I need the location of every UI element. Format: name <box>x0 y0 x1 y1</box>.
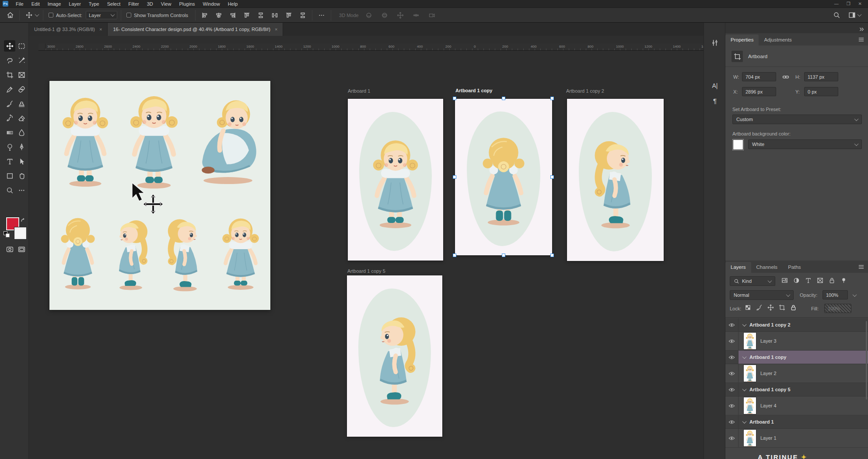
hand-tool[interactable] <box>16 170 27 181</box>
close-button[interactable]: ✕ <box>858 1 862 6</box>
zoom-tool[interactable] <box>4 184 15 196</box>
tab-close-icon[interactable]: × <box>275 27 277 32</box>
selection-handle[interactable] <box>453 97 456 100</box>
healing-brush-tool[interactable] <box>16 83 27 95</box>
layers-scrollbar[interactable] <box>866 321 867 400</box>
collapse-panels-icon[interactable] <box>858 26 864 32</box>
layer-thumbnail[interactable] <box>744 365 756 382</box>
show-transform-checkbox[interactable] <box>126 13 131 17</box>
tab-adjustments[interactable]: Adjustments <box>759 35 797 45</box>
auto-select-target-dropdown[interactable]: Layer <box>86 11 117 19</box>
lock-position-icon[interactable] <box>767 304 774 311</box>
layer-filter-kind-dropdown[interactable]: Kind <box>730 276 775 286</box>
selection-handle[interactable] <box>550 97 554 100</box>
gradient-tool[interactable] <box>4 127 15 138</box>
y-field[interactable]: 0 px <box>804 87 838 96</box>
crop-tool[interactable] <box>4 69 15 80</box>
opacity-scrubber-icon[interactable] <box>853 292 857 297</box>
object-selection-tool[interactable] <box>16 55 27 66</box>
eyedropper-tool[interactable] <box>4 83 15 95</box>
menu-plugins[interactable]: Plugins <box>175 1 199 7</box>
align-top-edges-icon[interactable] <box>241 10 252 21</box>
blend-mode-dropdown[interactable]: Normal <box>730 290 794 300</box>
attribute-filter-icon[interactable] <box>840 277 847 284</box>
layer-visibility-toggle[interactable] <box>725 332 738 350</box>
menu-select[interactable]: Select <box>103 1 125 7</box>
selection-handle[interactable] <box>453 175 456 179</box>
home-icon[interactable] <box>4 10 16 21</box>
link-dimensions-icon[interactable] <box>782 73 789 80</box>
workspace-switcher[interactable] <box>848 11 861 19</box>
width-field[interactable]: 704 px <box>742 72 776 81</box>
blur-tool[interactable] <box>16 127 27 138</box>
chevron-expand-icon[interactable] <box>742 322 747 327</box>
distribute-bottom-icon[interactable] <box>283 10 294 21</box>
artboard-bg-color-swatch[interactable] <box>732 139 744 150</box>
chevron-down-icon[interactable] <box>35 12 39 17</box>
tab-close-icon[interactable]: × <box>99 27 102 32</box>
align-left-icon[interactable] <box>199 10 210 21</box>
distribute-horizontal-icon[interactable] <box>297 10 308 21</box>
frame-tool[interactable] <box>16 69 27 80</box>
selection-handle[interactable] <box>502 254 505 257</box>
layer-visibility-toggle[interactable] <box>725 318 738 331</box>
distribute-top-icon[interactable] <box>255 10 266 21</box>
clone-stamp-tool[interactable] <box>16 98 27 109</box>
panel-menu-icon[interactable] <box>858 264 864 270</box>
layer-visibility-toggle[interactable] <box>725 415 738 428</box>
document-tab-2[interactable]: 16- Consistent Character design.psd @ 40… <box>108 23 283 36</box>
layer-thumbnail[interactable] <box>744 430 756 446</box>
character-panel-icon[interactable]: A| <box>708 80 721 92</box>
brush-settings-panel-icon[interactable] <box>708 37 721 49</box>
x-field[interactable]: 2896 px <box>742 87 776 96</box>
layer-group-row[interactable]: Artboard 1 copy 5 <box>725 383 868 396</box>
menu-file[interactable]: File <box>12 1 28 7</box>
layer-group-row[interactable]: Artboard 1 <box>725 415 868 429</box>
artboard-bg-dropdown[interactable]: White <box>748 139 862 149</box>
paragraph-panel-icon[interactable]: ¶ <box>708 94 721 107</box>
minimize-button[interactable]: — <box>834 1 839 6</box>
layer-group-row[interactable]: Artboard 1 copy 2 <box>725 318 868 332</box>
horizontal-ruler[interactable]: 3000280026002400220020001800160014001200… <box>46 44 704 51</box>
menu-layer[interactable]: Layer <box>65 1 85 7</box>
search-icon[interactable] <box>833 11 840 19</box>
rectangle-tool[interactable] <box>4 170 15 181</box>
default-colors-icon[interactable] <box>4 231 10 237</box>
move-tool[interactable] <box>4 40 15 52</box>
layer-visibility-toggle[interactable] <box>725 364 738 382</box>
more-align-options-icon[interactable] <box>316 10 327 21</box>
distribute-vertical-center-icon[interactable] <box>269 10 280 21</box>
opacity-field[interactable]: 100% <box>822 290 848 299</box>
history-brush-tool[interactable] <box>4 112 15 124</box>
menu-3d[interactable]: 3D <box>143 1 157 7</box>
marquee-tool[interactable] <box>16 40 27 52</box>
path-selection-tool[interactable] <box>16 156 27 167</box>
panel-menu-icon[interactable] <box>858 36 864 43</box>
layer-visibility-toggle[interactable] <box>725 383 738 396</box>
brush-tool[interactable] <box>4 98 15 109</box>
screen-mode-button[interactable] <box>16 243 27 255</box>
layer-group-row[interactable]: Artboard 1 copy <box>725 351 868 364</box>
photoshop-logo-icon[interactable]: Ps <box>3 1 8 7</box>
chevron-expand-icon[interactable] <box>742 419 747 424</box>
lock-artboard-icon[interactable] <box>779 304 785 311</box>
layer-visibility-toggle[interactable] <box>725 429 738 447</box>
move-tool-preset-icon[interactable] <box>23 10 35 21</box>
layer-row[interactable]: Layer 3 <box>725 332 868 351</box>
auto-select-checkbox[interactable] <box>49 13 53 17</box>
ruler-origin-corner[interactable] <box>38 44 46 51</box>
tab-paths[interactable]: Paths <box>783 262 806 273</box>
menu-image[interactable]: Image <box>44 1 65 7</box>
align-center-horizontal-icon[interactable] <box>213 10 224 21</box>
quick-mask-button[interactable] <box>4 243 15 255</box>
menu-filter[interactable]: Filter <box>124 1 143 7</box>
layer-thumbnail[interactable] <box>744 333 756 349</box>
pixel-layer-filter-icon[interactable] <box>781 277 788 284</box>
eraser-tool[interactable] <box>16 112 27 124</box>
smart-object-filter-icon[interactable] <box>829 277 835 284</box>
artboard-3[interactable] <box>567 99 664 261</box>
lock-transparent-icon[interactable] <box>745 304 751 311</box>
selection-handle[interactable] <box>502 97 505 100</box>
layer-visibility-toggle[interactable] <box>725 351 738 364</box>
artboard-label[interactable]: Artboard 1 copy 5 <box>347 268 385 274</box>
